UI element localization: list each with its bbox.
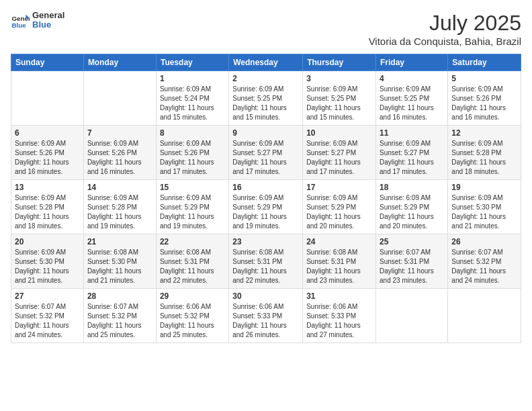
cell-content: Sunrise: 6:09 AM Sunset: 5:27 PM Dayligh…: [380, 139, 444, 177]
cell-content: Sunrise: 6:09 AM Sunset: 5:30 PM Dayligh…: [15, 248, 80, 285]
day-number: 21: [87, 237, 152, 246]
title-block: July 2025 Vitoria da Conquista, Bahia, B…: [369, 11, 521, 47]
day-number: 12: [451, 128, 517, 138]
day-of-week-header: Thursday: [303, 54, 376, 71]
cell-content: Sunrise: 6:09 AM Sunset: 5:25 PM Dayligh…: [306, 85, 372, 122]
month-year: July 2025: [369, 11, 521, 36]
cell-content: Sunrise: 6:08 AM Sunset: 5:31 PM Dayligh…: [232, 248, 299, 285]
day-number: 5: [451, 74, 517, 83]
day-number: 22: [160, 237, 225, 246]
calendar-cell: [448, 289, 521, 343]
day-of-week-header: Monday: [83, 54, 156, 71]
header-row: SundayMondayTuesdayWednesdayThursdayFrid…: [11, 54, 521, 71]
calendar-body: 1Sunrise: 6:09 AM Sunset: 5:24 PM Daylig…: [11, 71, 521, 343]
calendar-cell: 28Sunrise: 6:07 AM Sunset: 5:32 PM Dayli…: [83, 289, 156, 343]
day-number: 18: [380, 183, 444, 192]
calendar-cell: 12Sunrise: 6:09 AM Sunset: 5:28 PM Dayli…: [448, 126, 521, 180]
day-number: 6: [15, 128, 80, 138]
calendar-cell: 23Sunrise: 6:08 AM Sunset: 5:31 PM Dayli…: [229, 234, 303, 289]
cell-content: Sunrise: 6:09 AM Sunset: 5:27 PM Dayligh…: [306, 139, 372, 177]
day-number: 15: [160, 183, 225, 192]
day-number: 20: [15, 237, 80, 246]
calendar-cell: 30Sunrise: 6:06 AM Sunset: 5:33 PM Dayli…: [229, 289, 303, 343]
calendar-cell: 16Sunrise: 6:09 AM Sunset: 5:29 PM Dayli…: [229, 180, 303, 234]
calendar-cell: 25Sunrise: 6:07 AM Sunset: 5:31 PM Dayli…: [376, 234, 448, 289]
day-number: 11: [380, 128, 444, 138]
cell-content: Sunrise: 6:09 AM Sunset: 5:28 PM Dayligh…: [15, 193, 80, 231]
calendar-cell: 1Sunrise: 6:09 AM Sunset: 5:24 PM Daylig…: [156, 71, 228, 126]
cell-content: Sunrise: 6:07 AM Sunset: 5:32 PM Dayligh…: [87, 302, 152, 340]
day-number: 3: [306, 74, 372, 83]
calendar-cell: 18Sunrise: 6:09 AM Sunset: 5:29 PM Dayli…: [376, 180, 448, 234]
cell-content: Sunrise: 6:08 AM Sunset: 5:31 PM Dayligh…: [160, 248, 225, 285]
calendar-cell: [83, 71, 156, 126]
calendar-header: SundayMondayTuesdayWednesdayThursdayFrid…: [11, 54, 521, 71]
calendar-cell: 27Sunrise: 6:07 AM Sunset: 5:32 PM Dayli…: [11, 289, 84, 343]
day-number: 28: [87, 291, 152, 301]
cell-content: Sunrise: 6:09 AM Sunset: 5:28 PM Dayligh…: [451, 139, 517, 177]
cell-content: Sunrise: 6:06 AM Sunset: 5:33 PM Dayligh…: [232, 302, 299, 340]
calendar-cell: 19Sunrise: 6:09 AM Sunset: 5:30 PM Dayli…: [448, 180, 521, 234]
calendar-cell: 7Sunrise: 6:09 AM Sunset: 5:26 PM Daylig…: [83, 126, 156, 180]
calendar-cell: 17Sunrise: 6:09 AM Sunset: 5:29 PM Dayli…: [303, 180, 376, 234]
cell-content: Sunrise: 6:09 AM Sunset: 5:30 PM Dayligh…: [451, 193, 517, 231]
cell-content: Sunrise: 6:09 AM Sunset: 5:26 PM Dayligh…: [451, 85, 517, 122]
calendar-week-row: 27Sunrise: 6:07 AM Sunset: 5:32 PM Dayli…: [11, 289, 521, 343]
day-number: 19: [451, 183, 517, 192]
cell-content: Sunrise: 6:08 AM Sunset: 5:30 PM Dayligh…: [87, 248, 152, 285]
calendar-week-row: 13Sunrise: 6:09 AM Sunset: 5:28 PM Dayli…: [11, 180, 521, 234]
calendar-week-row: 6Sunrise: 6:09 AM Sunset: 5:26 PM Daylig…: [11, 126, 521, 180]
calendar-cell: 15Sunrise: 6:09 AM Sunset: 5:29 PM Dayli…: [156, 180, 228, 234]
cell-content: Sunrise: 6:09 AM Sunset: 5:26 PM Dayligh…: [87, 139, 152, 177]
calendar-cell: 31Sunrise: 6:06 AM Sunset: 5:33 PM Dayli…: [303, 289, 376, 343]
day-number: 9: [232, 128, 299, 138]
cell-content: Sunrise: 6:09 AM Sunset: 5:26 PM Dayligh…: [15, 139, 80, 177]
calendar-cell: 20Sunrise: 6:09 AM Sunset: 5:30 PM Dayli…: [11, 234, 84, 289]
day-of-week-header: Sunday: [11, 54, 84, 71]
calendar-cell: 8Sunrise: 6:09 AM Sunset: 5:26 PM Daylig…: [156, 126, 228, 180]
cell-content: Sunrise: 6:09 AM Sunset: 5:25 PM Dayligh…: [232, 85, 299, 122]
calendar-cell: 24Sunrise: 6:08 AM Sunset: 5:31 PM Dayli…: [303, 234, 376, 289]
calendar-cell: 21Sunrise: 6:08 AM Sunset: 5:30 PM Dayli…: [83, 234, 156, 289]
day-of-week-header: Tuesday: [156, 54, 228, 71]
calendar-cell: 14Sunrise: 6:09 AM Sunset: 5:28 PM Dayli…: [83, 180, 156, 234]
calendar-cell: 10Sunrise: 6:09 AM Sunset: 5:27 PM Dayli…: [303, 126, 376, 180]
calendar-cell: 6Sunrise: 6:09 AM Sunset: 5:26 PM Daylig…: [11, 126, 84, 180]
day-number: 25: [380, 237, 444, 246]
calendar: SundayMondayTuesdayWednesdayThursdayFrid…: [11, 54, 521, 343]
calendar-cell: 2Sunrise: 6:09 AM Sunset: 5:25 PM Daylig…: [229, 71, 303, 126]
day-number: 13: [15, 183, 80, 192]
day-number: 16: [232, 183, 299, 192]
cell-content: Sunrise: 6:07 AM Sunset: 5:32 PM Dayligh…: [15, 302, 80, 340]
cell-content: Sunrise: 6:09 AM Sunset: 5:24 PM Dayligh…: [160, 85, 225, 122]
cell-content: Sunrise: 6:09 AM Sunset: 5:29 PM Dayligh…: [160, 193, 225, 231]
day-number: 7: [87, 128, 152, 138]
cell-content: Sunrise: 6:06 AM Sunset: 5:33 PM Dayligh…: [306, 302, 372, 340]
location: Vitoria da Conquista, Bahia, Brazil: [369, 36, 521, 47]
calendar-cell: 26Sunrise: 6:07 AM Sunset: 5:32 PM Dayli…: [448, 234, 521, 289]
page-header: General Blue General Blue July 2025 Vito…: [11, 11, 521, 47]
day-number: 27: [15, 291, 80, 301]
day-number: 8: [160, 128, 225, 138]
day-number: 30: [232, 291, 299, 301]
day-number: 14: [87, 183, 152, 192]
logo-line2: Blue: [32, 20, 64, 30]
cell-content: Sunrise: 6:09 AM Sunset: 5:26 PM Dayligh…: [160, 139, 225, 177]
day-number: 4: [380, 74, 444, 83]
cell-content: Sunrise: 6:09 AM Sunset: 5:27 PM Dayligh…: [232, 139, 299, 177]
day-number: 29: [160, 291, 225, 301]
calendar-cell: [376, 289, 448, 343]
calendar-week-row: 20Sunrise: 6:09 AM Sunset: 5:30 PM Dayli…: [11, 234, 521, 289]
calendar-cell: 29Sunrise: 6:06 AM Sunset: 5:32 PM Dayli…: [156, 289, 228, 343]
cell-content: Sunrise: 6:09 AM Sunset: 5:25 PM Dayligh…: [380, 85, 444, 122]
calendar-cell: 11Sunrise: 6:09 AM Sunset: 5:27 PM Dayli…: [376, 126, 448, 180]
day-of-week-header: Saturday: [448, 54, 521, 71]
cell-content: Sunrise: 6:06 AM Sunset: 5:32 PM Dayligh…: [160, 302, 225, 340]
cell-content: Sunrise: 6:08 AM Sunset: 5:31 PM Dayligh…: [306, 248, 372, 285]
cell-content: Sunrise: 6:09 AM Sunset: 5:29 PM Dayligh…: [380, 193, 444, 231]
day-number: 24: [306, 237, 372, 246]
day-of-week-header: Friday: [376, 54, 448, 71]
logo-line1: General: [32, 11, 64, 20]
day-number: 10: [306, 128, 372, 138]
day-number: 31: [306, 291, 372, 301]
